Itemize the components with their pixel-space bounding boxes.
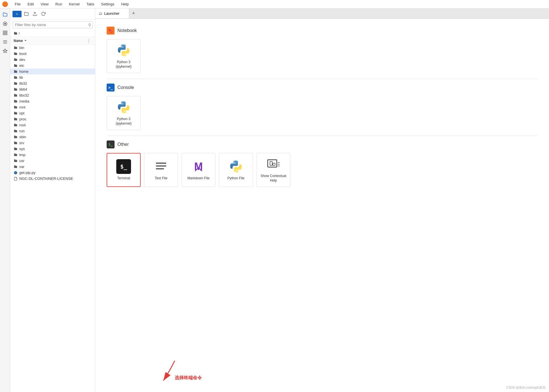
python3-notebook-card[interactable]: Python 3(ipykernel) <box>107 39 141 73</box>
python-file-logo-icon <box>229 159 243 174</box>
sort-icon <box>24 39 27 42</box>
console-grid: Python 3(ipykernel) <box>107 96 538 130</box>
file-item[interactable]: lib <box>10 74 95 80</box>
file-panel: + ⚲ <box>10 8 95 392</box>
launcher-tab[interactable]: 🗂 Launcher <box>95 8 129 18</box>
file-name: etc <box>19 63 24 68</box>
menu-view[interactable]: View <box>39 1 50 7</box>
file-item[interactable]: NGC-DL-CONTAINER-LICENSE <box>10 176 95 182</box>
tab-bar: 🗂 Launcher + <box>95 8 549 19</box>
launcher-content: 🔖 Notebook <box>95 19 549 358</box>
file-item[interactable]: media <box>10 98 95 104</box>
file-item[interactable]: proc <box>10 116 95 122</box>
other-grid: $_ Terminal Text File <box>107 153 538 187</box>
folder-icon <box>14 93 18 97</box>
new-tab-button[interactable]: + <box>129 8 138 18</box>
file-name: media <box>19 99 29 103</box>
folder-icon <box>14 153 18 157</box>
toc-icon[interactable] <box>1 38 9 46</box>
commands-icon[interactable] <box>1 29 9 37</box>
menu-file[interactable]: File <box>14 1 22 7</box>
folder-icon <box>14 147 18 151</box>
file-item[interactable]: srv <box>10 140 95 146</box>
open-folder-button[interactable] <box>23 10 30 18</box>
icon-sidebar <box>0 8 10 392</box>
python-logo-icon <box>116 43 131 58</box>
file-item[interactable]: tmp <box>10 152 95 158</box>
other-section-icon: $_ <box>107 140 115 148</box>
folder-icon <box>14 52 18 56</box>
file-item[interactable]: var <box>10 164 95 170</box>
file-item[interactable]: bin <box>10 45 95 51</box>
file-item[interactable]: root <box>10 122 95 128</box>
file-name: lib64 <box>19 87 27 91</box>
new-button[interactable]: + <box>12 11 22 17</box>
svg-point-11 <box>121 46 122 46</box>
folder-icon <box>14 123 18 127</box>
textfile-card-icon <box>154 159 168 174</box>
file-list: binbootdevetchomeliblib32lib64libx32medi… <box>10 45 95 392</box>
python3-console-card[interactable]: Python 3(ipykernel) <box>107 96 141 130</box>
file-item[interactable]: opt <box>10 110 95 116</box>
folder-icon <box>14 135 18 139</box>
upload-button[interactable] <box>31 10 39 18</box>
folder-icon <box>14 159 18 163</box>
notebook-grid: Python 3(ipykernel) <box>107 39 538 73</box>
file-item[interactable]: get-pip.py <box>10 170 95 176</box>
svg-point-20 <box>238 171 238 171</box>
extensions-icon[interactable] <box>1 47 9 55</box>
menu-edit[interactable]: Edit <box>26 1 35 7</box>
file-item[interactable]: run <box>10 128 95 134</box>
folder-icon <box>14 105 18 109</box>
file-item[interactable]: dev <box>10 57 95 63</box>
search-input[interactable] <box>12 21 93 28</box>
folder-icon <box>14 76 18 80</box>
svg-point-13 <box>121 103 122 103</box>
svg-rect-22 <box>270 161 272 165</box>
file-item[interactable]: libx32 <box>10 92 95 98</box>
current-path[interactable]: / <box>19 31 20 35</box>
file-name: usr <box>19 159 24 163</box>
file-name: run <box>19 129 25 133</box>
svg-rect-4 <box>3 33 5 35</box>
file-name: NGC-DL-CONTAINER-LICENSE <box>19 176 73 181</box>
running-icon[interactable] <box>1 20 9 28</box>
file-item[interactable]: sbin <box>10 134 95 140</box>
textfile-card[interactable]: Text File <box>144 153 178 187</box>
refresh-button[interactable] <box>40 10 47 18</box>
folder-icon <box>14 99 18 103</box>
menu-settings[interactable]: Settings <box>100 1 115 7</box>
folder-icon <box>14 58 18 62</box>
tab-label: Launcher <box>104 11 119 16</box>
file-item[interactable]: home <box>10 69 95 74</box>
annotation-arrow <box>152 358 209 386</box>
menu-run[interactable]: Run <box>54 1 63 7</box>
menu-kernel[interactable]: Kernel <box>68 1 81 7</box>
file-item[interactable]: lib64 <box>10 86 95 92</box>
file-item[interactable]: lib32 <box>10 80 95 86</box>
file-item[interactable]: mnt <box>10 104 95 110</box>
python3-notebook-label: Python 3(ipykernel) <box>116 60 132 69</box>
markdown-card-label: Markdown File <box>187 176 210 181</box>
file-list-header: Name ⋮ <box>10 37 95 45</box>
file-item[interactable]: etc <box>10 63 95 69</box>
terminal-card[interactable]: $_ Terminal <box>107 153 141 187</box>
folder-icon <box>14 31 18 35</box>
files-icon[interactable] <box>1 11 9 19</box>
menu-help[interactable]: Help <box>120 1 130 7</box>
file-item[interactable]: sys <box>10 146 95 152</box>
file-item[interactable]: usr <box>10 158 95 164</box>
help-card[interactable]: Show Contextual Help <box>256 153 290 187</box>
app-logo <box>2 1 8 7</box>
file-name: boot <box>19 52 26 56</box>
name-column-header[interactable]: Name <box>14 39 86 43</box>
folder-icon <box>14 88 18 91</box>
file-item[interactable]: boot <box>10 51 95 57</box>
folder-icon <box>14 46 18 50</box>
python-file-card[interactable]: Python File <box>219 153 253 187</box>
terminal-card-icon: $_ <box>116 159 131 174</box>
markdown-card[interactable]: M Markdown File <box>181 153 216 187</box>
help-card-icon <box>266 157 281 172</box>
more-options-icon[interactable]: ⋮ <box>86 38 92 43</box>
menu-tabs[interactable]: Tabs <box>85 1 95 7</box>
